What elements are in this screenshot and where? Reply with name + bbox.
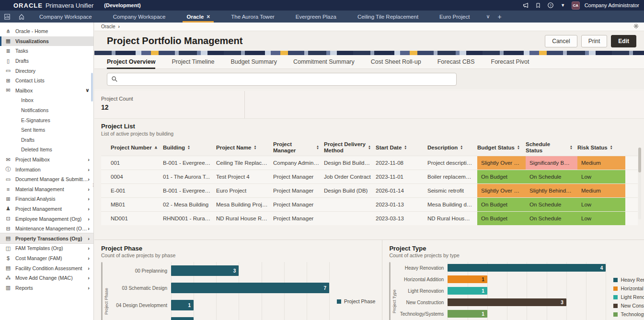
workspace-tab-the-aurora-tower[interactable]: The Aurora Tower bbox=[220, 11, 285, 23]
page-header: Project Portfolio Management Cancel Prin… bbox=[94, 31, 644, 51]
column-header-project-manager[interactable]: Project Manager▲▼ bbox=[273, 141, 324, 154]
cell-description: ND Rural House re... bbox=[427, 212, 477, 225]
breadcrumb-oracle[interactable]: Oracle bbox=[101, 24, 115, 29]
tab-commitment-summary[interactable]: Commitment Summary bbox=[293, 55, 355, 69]
user-name[interactable]: Company Administrator bbox=[585, 2, 639, 8]
workspace-tab-oracle[interactable]: Oracle× bbox=[176, 11, 220, 23]
bar-00-preplanning[interactable]: 3 bbox=[171, 265, 239, 276]
sort-icon[interactable]: ▲▼ bbox=[368, 145, 371, 150]
sidebar-item-move-add-change-mac[interactable]: ⁂Move Add Change (MAC)› bbox=[0, 273, 93, 283]
column-header-budget-status[interactable]: Budget Status▲▼ bbox=[477, 145, 526, 151]
tab-budget-summary[interactable]: Budget Summary bbox=[230, 55, 277, 69]
sidebar-item-contact-lists[interactable]: ⊞Contact Lists bbox=[0, 76, 93, 86]
sidebar-item-fam-templates-org[interactable]: ◫FAM Templates (Org)› bbox=[0, 243, 93, 253]
sidebar-item-financial-analysis[interactable]: ⊞Financial Analysis› bbox=[0, 194, 93, 204]
help-icon[interactable]: ? bbox=[547, 1, 554, 9]
gear-icon[interactable] bbox=[633, 23, 639, 30]
search-input[interactable] bbox=[121, 76, 452, 82]
sidebar-item-oracle-home[interactable]: ⋔Oracle - Home bbox=[0, 26, 93, 36]
bar-horizontal-addition[interactable]: 1 bbox=[448, 275, 487, 283]
sidebar-item-sent-items[interactable]: Sent Items bbox=[0, 125, 93, 135]
table-row[interactable]: 000401 - The Aurora T...Test Project 4Pr… bbox=[101, 170, 638, 183]
bar-row: 1 bbox=[171, 297, 329, 314]
sidebar-item-directory[interactable]: ▭Directory bbox=[0, 66, 93, 76]
bar-05-construction-documents[interactable]: 1 bbox=[171, 317, 194, 320]
sidebar-item-facility-condition-assessment[interactable]: ▤Facility Condition Assessment› bbox=[0, 263, 93, 273]
workspace-tab-evergreen-plaza[interactable]: Evergreen Plaza bbox=[285, 11, 347, 23]
sidebar-item-project-mailbox[interactable]: ✉Project Mailbox› bbox=[0, 155, 93, 165]
home-icon[interactable] bbox=[14, 11, 29, 23]
sort-icon[interactable]: ▲▼ bbox=[460, 145, 463, 150]
sort-icon[interactable]: ▲▼ bbox=[570, 145, 573, 150]
sidebar-resize-handle[interactable]: ⋮ bbox=[91, 184, 92, 186]
table-row[interactable]: MB0102 - Mesa BuildingMesa Building Proj… bbox=[101, 197, 638, 211]
cancel-button[interactable]: Cancel bbox=[545, 35, 577, 47]
sidebar-item-project-management[interactable]: ♟Project Management› bbox=[0, 204, 93, 214]
sidebar-item-cost-manager-fam[interactable]: $Cost Manager (FAM)› bbox=[0, 253, 93, 263]
announcements-icon[interactable] bbox=[522, 1, 529, 9]
edit-button[interactable]: Edit bbox=[611, 35, 636, 47]
sidebar-item-material-management[interactable]: ≡Material Management› bbox=[0, 184, 93, 194]
table-row[interactable]: ND001RHND001 - Rural ...ND Rural House R… bbox=[101, 211, 638, 225]
workspace-tab-euro-project[interactable]: Euro Project bbox=[429, 11, 480, 23]
tab-forecast-pivot[interactable]: Forecast Pivot bbox=[491, 55, 529, 69]
workspace-tab-company-workspace[interactable]: Company Workspace bbox=[29, 11, 103, 23]
workspace-tab-ceiling-tile-replacement[interactable]: Ceiling Tile Replacement bbox=[347, 11, 429, 23]
sort-icon[interactable]: ▲▼ bbox=[610, 145, 613, 150]
sidebar-item-mailbox[interactable]: ✉Mailbox∨ bbox=[0, 86, 93, 96]
tab-forecast-cbs[interactable]: Forecast CBS bbox=[437, 55, 475, 69]
sidebar-item-information[interactable]: ⓘInformation› bbox=[0, 164, 93, 174]
close-tab-icon[interactable]: × bbox=[207, 13, 210, 20]
sidebar-item-e-signatures[interactable]: E-Signatures bbox=[0, 115, 93, 125]
search-box[interactable] bbox=[107, 73, 457, 86]
sort-icon[interactable]: ▲▼ bbox=[254, 145, 257, 150]
project-count-card[interactable]: Project Count 12 bbox=[94, 91, 245, 118]
sidebar-item-inbox[interactable]: Inbox bbox=[0, 95, 93, 105]
sidebar-item-tasks[interactable]: ≣Tasks bbox=[0, 46, 93, 56]
column-header-project-delivery-method[interactable]: Project Delivery Method▲▼ bbox=[324, 141, 376, 154]
sidebar-scrollbar[interactable] bbox=[91, 73, 93, 102]
bar-03-schematic-design[interactable]: 7 bbox=[171, 283, 329, 293]
add-tab-icon[interactable]: + bbox=[497, 13, 501, 21]
column-header-description[interactable]: Description▲▼ bbox=[427, 145, 477, 151]
sort-asc-icon[interactable]: ∧ bbox=[154, 145, 158, 151]
sidebar-item-maintenance-management-org[interactable]: ⊟Maintenance Management (Org)› bbox=[0, 224, 93, 234]
bar-heavy-renovation[interactable]: 4 bbox=[448, 264, 606, 272]
sidebar-item-document-manager-submittals[interactable]: ▭Document Manager & Submittals› bbox=[0, 174, 93, 184]
column-header-building[interactable]: Building▲▼ bbox=[163, 145, 216, 151]
sidebar-item-reports[interactable]: ▥Reports› bbox=[0, 283, 93, 293]
tab-project-timeline[interactable]: Project Timeline bbox=[172, 55, 214, 69]
sidebar-item-deleted-items[interactable]: Deleted Items bbox=[0, 145, 93, 155]
sort-icon[interactable]: ▲▼ bbox=[404, 145, 407, 150]
table-scrollbar[interactable] bbox=[638, 148, 641, 219]
sort-icon[interactable]: ▲▼ bbox=[316, 145, 319, 150]
print-button[interactable]: Print bbox=[581, 35, 608, 47]
tab-cost-sheet-roll-up[interactable]: Cost Sheet Roll-up bbox=[371, 55, 421, 69]
more-tabs-chevron-icon[interactable]: ∨ bbox=[486, 13, 490, 20]
table-row[interactable]: 001B-001 - Evergreen...Ceiling Tile Repl… bbox=[101, 156, 638, 170]
sidebar-item-property-transactions-org[interactable]: ▤Property Transactions (Org)› bbox=[0, 233, 93, 243]
bookmark-icon[interactable] bbox=[534, 1, 542, 9]
column-header-project-number[interactable]: Project Number∧ bbox=[111, 145, 163, 151]
visualization-mode-icon[interactable] bbox=[0, 11, 14, 23]
sidebar-item-drafts[interactable]: Drafts bbox=[0, 135, 93, 145]
bar-new-construction[interactable]: 3 bbox=[448, 298, 566, 306]
sort-icon[interactable]: ▲▼ bbox=[187, 145, 190, 150]
sort-icon[interactable]: ▲▼ bbox=[517, 145, 520, 150]
sidebar-item-employee-management-org[interactable]: ⊡Employee Management (Org)› bbox=[0, 214, 93, 224]
sidebar-item-notifications[interactable]: Notifications bbox=[0, 105, 93, 115]
bar-technology-systems[interactable]: 1 bbox=[448, 310, 487, 318]
sidebar-item-visualizations[interactable]: ▦Visualizations bbox=[0, 36, 93, 46]
workspace-tab-company-workspace[interactable]: Company Workspace bbox=[103, 11, 176, 23]
column-header-schedule-status[interactable]: Schedule Status▲▼ bbox=[526, 141, 577, 154]
column-header-start-date[interactable]: Start Date▲▼ bbox=[376, 145, 427, 151]
bar-04-design-development[interactable]: 1 bbox=[171, 300, 194, 310]
column-header-risk-status[interactable]: Risk Status▲▼ bbox=[577, 145, 625, 151]
bar-light-renovation[interactable]: 1 bbox=[448, 287, 487, 295]
avatar[interactable]: CA bbox=[572, 1, 580, 10]
tab-project-overview[interactable]: Project Overview bbox=[107, 55, 155, 69]
table-row[interactable]: E-001B-001 - Evergreen...Euro ProjectPro… bbox=[101, 183, 638, 197]
column-header-project-name[interactable]: Project Name▲▼ bbox=[216, 145, 273, 151]
sidebar-item-drafts[interactable]: ▯Drafts bbox=[0, 56, 93, 66]
help-dropdown-chevron-icon[interactable]: ▼ bbox=[559, 1, 567, 9]
